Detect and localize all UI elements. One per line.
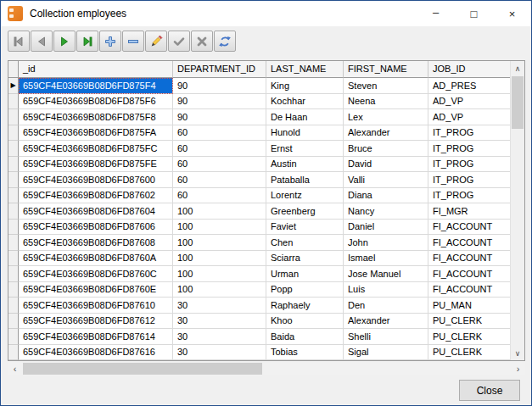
grid-cell[interactable]: 659CF4E03669B08D6FD87604 [19, 203, 173, 220]
grid-cell[interactable]: Pataballa [266, 172, 344, 188]
grid-cell[interactable]: Chen [266, 235, 344, 251]
grid-cell[interactable]: Ismael [344, 251, 428, 267]
grid-cell[interactable]: Khoo [266, 314, 344, 330]
grid-cell[interactable]: 30 [173, 345, 266, 361]
grid-cell[interactable]: IT_PROG [428, 172, 510, 188]
column-header-first_name[interactable]: FIRST_NAME [344, 61, 428, 78]
grid-cell[interactable]: 60 [173, 157, 266, 173]
grid-cell[interactable]: 30 [173, 298, 266, 314]
vertical-scrollbar-thumb[interactable] [512, 76, 524, 129]
grid-cell[interactable]: FI_ACCOUNT [428, 235, 510, 251]
grid-cell[interactable]: Sciarra [266, 251, 344, 267]
scroll-right-arrow-icon[interactable]: › [511, 362, 525, 375]
grid-cell[interactable]: Daniel [344, 220, 428, 236]
grid-cell[interactable]: 659CF4E03669B08D6FD875F4 [19, 78, 173, 94]
grid-cell[interactable]: 90 [173, 78, 266, 94]
grid-cell[interactable]: 659CF4E03669B08D6FD875FA [19, 125, 173, 142]
grid-cell[interactable]: Kochhar [266, 94, 344, 110]
grid-cell[interactable]: 659CF4E03669B08D6FD87612 [19, 314, 173, 330]
grid-cell[interactable]: FI_ACCOUNT [428, 251, 510, 267]
grid-cell[interactable]: AD_VP [428, 109, 510, 125]
grid-cell[interactable]: AD_VP [428, 94, 510, 110]
edit-record-button[interactable] [145, 31, 167, 52]
grid-cell[interactable]: Ernst [266, 141, 344, 157]
grid-cell[interactable]: 30 [173, 314, 266, 330]
grid-cell[interactable]: 659CF4E03669B08D6FD875F8 [19, 109, 173, 125]
grid-cell[interactable]: 659CF4E03669B08D6FD875F6 [19, 94, 173, 110]
grid-cell[interactable]: 659CF4E03669B08D6FD87608 [19, 235, 173, 251]
grid-cell[interactable]: FI_ACCOUNT [428, 220, 510, 236]
grid-cell[interactable]: PU_CLERK [428, 345, 510, 361]
grid-cell[interactable]: FI_ACCOUNT [428, 266, 510, 282]
grid-cell[interactable]: Sigal [344, 345, 428, 361]
grid-cell[interactable]: 60 [173, 141, 266, 157]
scroll-down-arrow-icon[interactable]: ∨ [511, 346, 524, 360]
grid-cell[interactable]: 60 [173, 188, 266, 204]
grid-cell[interactable]: De Haan [266, 109, 344, 125]
grid-cell[interactable]: IT_PROG [428, 141, 510, 157]
grid-cell[interactable]: 100 [173, 282, 266, 298]
grid-cell[interactable]: 100 [173, 251, 266, 267]
grid-cell[interactable]: 659CF4E03669B08D6FD87616 [19, 345, 173, 361]
grid-cell[interactable]: 60 [173, 172, 266, 188]
grid-cell[interactable]: Urman [266, 266, 344, 282]
grid-cell[interactable]: Den [344, 298, 428, 314]
scroll-left-arrow-icon[interactable]: ‹ [8, 362, 22, 375]
grid-cell[interactable]: Bruce [344, 141, 428, 157]
horizontal-scrollbar-thumb[interactable] [23, 363, 262, 375]
refresh-button[interactable] [214, 31, 236, 52]
grid-cell[interactable]: 100 [173, 220, 266, 236]
close-window-button[interactable]: × [493, 1, 531, 26]
grid-cell[interactable]: 659CF4E03669B08D6FD875FC [19, 141, 173, 157]
grid-cell[interactable]: 659CF4E03669B08D6FD87600 [19, 172, 173, 188]
grid-cell[interactable]: Diana [344, 188, 428, 204]
grid-cell[interactable]: Greenberg [266, 203, 344, 220]
grid-cell[interactable]: 659CF4E03669B08D6FD87610 [19, 298, 173, 314]
grid-cell[interactable]: 659CF4E03669B08D6FD87614 [19, 329, 173, 345]
column-header-last_name[interactable]: LAST_NAME [266, 61, 344, 78]
grid-cell[interactable]: Steven [344, 78, 428, 94]
grid-cell[interactable]: AD_PRES [428, 78, 510, 94]
grid-cell[interactable]: Neena [344, 94, 428, 110]
column-header-job_id[interactable]: JOB_ID [428, 61, 510, 78]
grid-cell[interactable]: David [344, 157, 428, 173]
grid-cell[interactable]: 30 [173, 329, 266, 345]
grid-cell[interactable]: 659CF4E03669B08D6FD87606 [19, 220, 173, 236]
grid-cell[interactable]: Austin [266, 157, 344, 173]
grid-cell[interactable]: PU_CLERK [428, 329, 510, 345]
grid-cell[interactable]: PU_CLERK [428, 314, 510, 330]
column-header-_id[interactable]: _id [19, 61, 173, 78]
grid-cell[interactable]: Alexander [344, 314, 428, 330]
close-button[interactable]: Close [459, 380, 520, 401]
grid-cell[interactable]: IT_PROG [428, 188, 510, 204]
grid-cell[interactable]: Hunold [266, 125, 344, 142]
column-header-department_id[interactable]: DEPARTMENT_ID [173, 61, 266, 78]
next-record-button[interactable] [53, 31, 76, 52]
grid-cell[interactable]: Faviet [266, 220, 344, 236]
grid-cell[interactable]: IT_PROG [428, 125, 510, 142]
grid-cell[interactable]: 659CF4E03669B08D6FD8760E [19, 282, 173, 298]
grid-cell[interactable]: Lex [344, 109, 428, 125]
grid-cell[interactable]: PU_MAN [428, 298, 510, 314]
grid-cell[interactable]: Popp [266, 282, 344, 298]
delete-record-button[interactable] [122, 31, 144, 52]
grid-cell[interactable]: Baida [266, 329, 344, 345]
grid-cell[interactable]: IT_PROG [428, 157, 510, 173]
grid-cell[interactable]: 100 [173, 235, 266, 251]
cancel-edit-button[interactable] [191, 31, 213, 52]
grid-cell[interactable]: FI_ACCOUNT [428, 282, 510, 298]
grid-cell[interactable]: 60 [173, 125, 266, 142]
horizontal-scrollbar[interactable]: ‹ › [8, 362, 525, 375]
grid-cell[interactable]: 100 [173, 203, 266, 220]
grid-cell[interactable]: 659CF4E03669B08D6FD875FE [19, 157, 173, 173]
insert-record-button[interactable] [99, 31, 121, 52]
maximize-button[interactable]: □ [455, 1, 493, 26]
minimize-button[interactable]: – [417, 1, 455, 26]
grid-cell[interactable]: John [344, 235, 428, 251]
grid-cell[interactable]: 659CF4E03669B08D6FD8760C [19, 266, 173, 282]
grid-cell[interactable]: Luis [344, 282, 428, 298]
grid-cell[interactable]: FI_MGR [428, 203, 510, 220]
grid-cell[interactable]: Jose Manuel [344, 266, 428, 282]
grid-cell[interactable]: 90 [173, 109, 266, 125]
grid-cell[interactable]: 659CF4E03669B08D6FD8760A [19, 251, 173, 267]
